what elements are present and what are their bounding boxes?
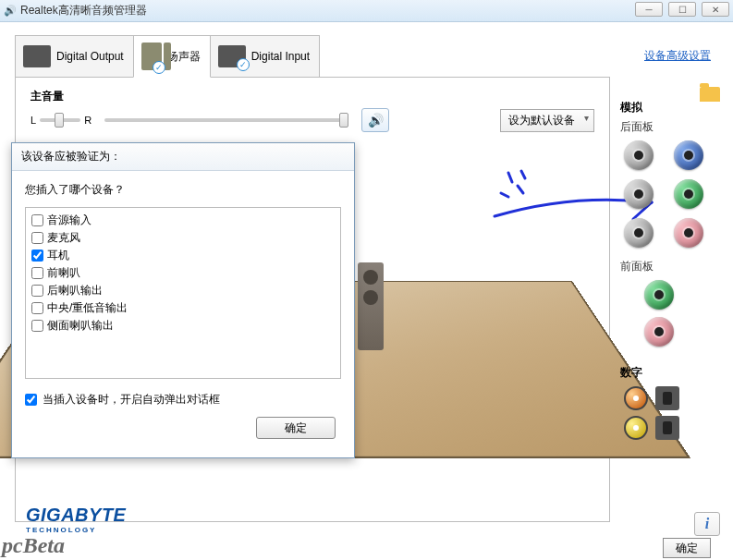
jack-front-green[interactable] — [644, 280, 674, 310]
tab-digital-output[interactable]: Digital Output — [15, 35, 134, 78]
device-icon: ✓ — [218, 45, 246, 67]
window-title: Realtek高清晰音频管理器 — [20, 3, 147, 18]
device-option-list: 音源输入 麦克风 耳机 前喇叭 后喇叭输出 中央/重低音输出 侧面喇叭输出 — [25, 207, 341, 379]
jack-rear-pink[interactable] — [674, 218, 703, 248]
checkbox[interactable] — [31, 320, 43, 332]
balance-left-label: L — [31, 115, 36, 126]
list-item[interactable]: 中央/重低音输出 — [31, 299, 335, 317]
checkbox[interactable] — [31, 232, 43, 244]
front-panel-label: 前面板 — [620, 259, 724, 274]
balance-slider[interactable]: L R — [31, 115, 92, 126]
device-icon — [23, 45, 51, 67]
checkbox[interactable] — [31, 250, 43, 262]
default-device-label: 设为默认设备 — [508, 114, 575, 127]
optical-1[interactable] — [655, 386, 679, 410]
tab-label: Digital Output — [56, 50, 124, 63]
auto-popup-checkbox[interactable] — [25, 394, 37, 406]
digital-title: 数字 — [620, 365, 724, 381]
checkbox[interactable] — [31, 214, 43, 226]
tab-speakers[interactable]: ✓ 扬声器 — [133, 35, 211, 78]
analog-title: 模拟 — [620, 100, 724, 116]
close-button[interactable]: ✕ — [702, 2, 729, 17]
device-tabs: Digital Output ✓ 扬声器 ✓ Digital Input — [15, 35, 319, 78]
jack-rear-gray-3[interactable] — [624, 218, 654, 248]
folder-icon[interactable] — [700, 87, 720, 102]
list-item[interactable]: 麦克风 — [31, 229, 335, 247]
advanced-settings-link[interactable]: 设备高级设置 — [644, 48, 711, 64]
device-verify-dialog: 该设备应被验证为： 您插入了哪个设备？ 音源输入 麦克风 耳机 前喇叭 后喇叭输… — [11, 142, 355, 458]
dialog-ok-button[interactable]: 确定 — [256, 417, 336, 439]
volume-label: 主音量 — [31, 89, 594, 104]
speaker-icon: ✓ — [141, 43, 162, 70]
maximize-button[interactable]: ☐ — [668, 2, 696, 17]
jack-rear-gray-2[interactable] — [624, 179, 654, 209]
list-item[interactable]: 耳机 — [31, 247, 335, 264]
jack-rear-green[interactable] — [674, 179, 703, 209]
checkbox[interactable] — [31, 267, 43, 279]
watermark: pcBeta — [2, 533, 65, 558]
dialog-title: 该设备应被验证为： — [12, 143, 354, 171]
footer-ok-button[interactable]: 确定 — [663, 538, 711, 558]
side-panel: 模拟 后面板 前面板 数字 — [618, 92, 724, 499]
speaker-3d-icon — [358, 262, 384, 350]
list-item[interactable]: 后喇叭输出 — [31, 282, 335, 299]
brand-name: GIGABYTE — [26, 505, 126, 525]
tab-label: 扬声器 — [167, 49, 201, 65]
app-icon: 🔊 — [4, 5, 17, 18]
volume-slider[interactable] — [104, 118, 348, 122]
tab-label: Digital Input — [251, 50, 310, 63]
dialog-question: 您插入了哪个设备？ — [25, 182, 341, 198]
balance-right-label: R — [84, 115, 92, 126]
auto-popup-option[interactable]: 当插入设备时，开启自动弹出对话框 — [25, 392, 341, 408]
minimize-button[interactable]: ─ — [635, 2, 663, 17]
rear-panel-label: 后面板 — [620, 119, 724, 135]
coax-yellow[interactable] — [624, 416, 648, 440]
jack-rear-gray[interactable] — [624, 140, 654, 170]
checkbox[interactable] — [31, 285, 43, 297]
window-titlebar: 🔊 Realtek高清晰音频管理器 ─ ☐ ✕ — [0, 0, 733, 22]
list-item[interactable]: 前喇叭 — [31, 264, 335, 282]
tab-digital-input[interactable]: ✓ Digital Input — [210, 35, 320, 78]
jack-front-pink[interactable] — [644, 317, 674, 347]
list-item[interactable]: 侧面喇叭输出 — [31, 317, 335, 335]
optical-2[interactable] — [655, 416, 679, 440]
jack-rear-blue[interactable] — [674, 140, 703, 170]
list-item[interactable]: 音源输入 — [31, 212, 335, 229]
brand-logo: GIGABYTE TECHNOLOGY — [26, 505, 126, 534]
auto-popup-label: 当插入设备时，开启自动弹出对话框 — [43, 392, 220, 408]
coax-orange[interactable] — [624, 386, 648, 410]
checkbox[interactable] — [31, 302, 43, 314]
default-device-dropdown[interactable]: 设为默认设备 — [500, 109, 594, 132]
mute-button[interactable]: 🔊 — [361, 108, 389, 132]
info-button[interactable]: i — [694, 512, 720, 536]
